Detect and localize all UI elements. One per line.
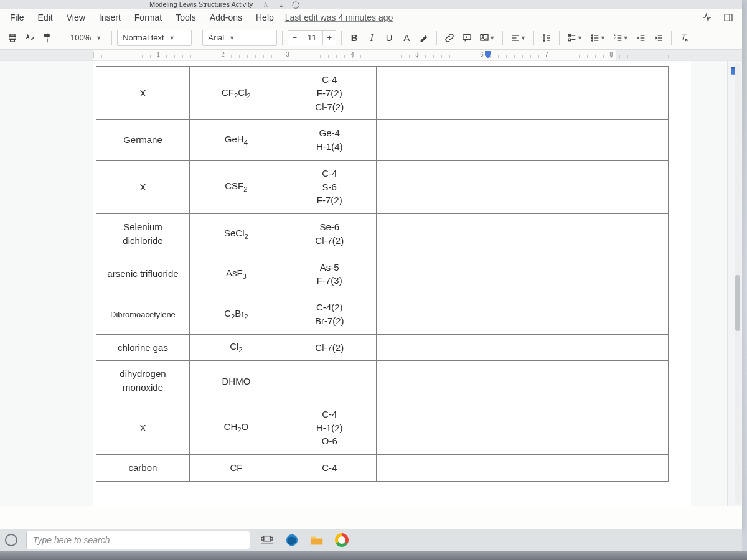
empty-cell[interactable] xyxy=(376,455,519,482)
formula-cell[interactable]: C2Br2 xyxy=(189,294,283,335)
table-row[interactable]: chlorine gasCl2Cl-7(2) xyxy=(96,334,669,361)
empty-cell[interactable] xyxy=(519,254,669,294)
empty-cell[interactable] xyxy=(376,254,519,294)
empty-cell[interactable] xyxy=(376,67,519,120)
menu-file[interactable]: File xyxy=(4,10,31,25)
insert-image-icon[interactable]: ▼ xyxy=(477,30,497,46)
formula-cell[interactable]: CF2Cl2 xyxy=(189,67,283,120)
text-color-button[interactable]: A xyxy=(399,30,414,46)
empty-cell[interactable] xyxy=(376,361,519,401)
formula-cell[interactable]: SeCl2 xyxy=(189,214,283,254)
empty-cell[interactable] xyxy=(519,401,669,454)
menu-addons[interactable]: Add-ons xyxy=(204,10,248,25)
taskbar-search[interactable]: Type here to search xyxy=(26,531,250,549)
compound-name-cell[interactable]: dihydrogen monoxide xyxy=(96,361,190,401)
empty-cell[interactable] xyxy=(376,120,519,161)
vertical-scrollbar[interactable] xyxy=(735,63,741,504)
menu-view[interactable]: View xyxy=(60,10,92,25)
compound-name-cell[interactable]: X xyxy=(96,160,190,213)
edge-icon[interactable] xyxy=(284,532,300,548)
task-view-icon[interactable] xyxy=(259,532,275,548)
electron-count-cell[interactable]: C-4H-1(2)O-6 xyxy=(283,401,376,454)
zoom-select[interactable]: 100%▼ xyxy=(65,30,106,46)
compound-name-cell[interactable]: chlorine gas xyxy=(96,334,190,361)
table-row[interactable]: DibromoacetyleneC2Br2C-4(2)Br-7(2) xyxy=(96,294,669,335)
document-page[interactable]: XCF2Cl2C-4F-7(2)Cl-7(2)GermaneGeH4Ge-4H-… xyxy=(93,61,691,506)
font-select[interactable]: Arial▼ xyxy=(202,30,277,46)
underline-button[interactable]: U xyxy=(382,30,397,46)
lewis-structures-table[interactable]: XCF2Cl2C-4F-7(2)Cl-7(2)GermaneGeH4Ge-4H-… xyxy=(96,66,669,482)
table-row[interactable]: GermaneGeH4Ge-4H-1(4) xyxy=(96,120,669,161)
electron-count-cell[interactable] xyxy=(283,361,376,401)
indent-increase-icon[interactable] xyxy=(651,30,666,46)
checklist-icon[interactable]: ▼ xyxy=(565,30,585,46)
compound-name-cell[interactable]: carbon xyxy=(96,455,190,482)
empty-cell[interactable] xyxy=(519,67,669,120)
scrollbar-thumb[interactable] xyxy=(735,275,740,331)
empty-cell[interactable] xyxy=(519,294,669,335)
menu-edit[interactable]: Edit xyxy=(32,10,59,25)
table-row[interactable]: dihydrogen monoxideDHMO xyxy=(96,361,669,401)
empty-cell[interactable] xyxy=(519,361,669,401)
clear-formatting-icon[interactable] xyxy=(677,30,692,46)
bulleted-list-icon[interactable]: ▼ xyxy=(588,30,608,46)
table-row[interactable]: carbonCFC-4 xyxy=(96,455,669,482)
electron-count-cell[interactable]: C-4F-7(2)Cl-7(2) xyxy=(283,67,376,120)
table-row[interactable]: XCSF2C-4S-6F-7(2) xyxy=(96,160,669,213)
font-size-value[interactable]: 11 xyxy=(301,30,322,45)
formula-cell[interactable]: CH2O xyxy=(189,401,283,454)
electron-count-cell[interactable]: Ge-4H-1(4) xyxy=(283,120,376,161)
table-row[interactable]: arsenic trifluorideAsF3As-5F-7(3) xyxy=(96,254,669,294)
highlight-button[interactable] xyxy=(416,30,431,46)
table-row[interactable]: Selenium dichlorideSeCl2Se-6Cl-7(2) xyxy=(96,214,669,254)
formula-cell[interactable]: CF xyxy=(189,455,283,482)
electron-count-cell[interactable]: Cl-7(2) xyxy=(283,334,376,361)
empty-cell[interactable] xyxy=(376,334,519,361)
menu-format[interactable]: Format xyxy=(128,10,168,25)
align-button[interactable]: ▼ xyxy=(508,30,529,46)
sidepanel-toggle-icon[interactable] xyxy=(722,11,735,24)
empty-cell[interactable] xyxy=(519,455,669,482)
star-icon[interactable]: ☆ xyxy=(261,0,270,9)
table-row[interactable]: XCF2Cl2C-4F-7(2)Cl-7(2) xyxy=(96,67,669,120)
electron-count-cell[interactable]: As-5F-7(3) xyxy=(283,254,376,294)
electron-count-cell[interactable]: C-4 xyxy=(283,455,376,482)
italic-button[interactable]: I xyxy=(364,30,379,46)
empty-cell[interactable] xyxy=(519,334,669,361)
empty-cell[interactable] xyxy=(376,401,519,454)
compound-name-cell[interactable]: Germane xyxy=(96,120,190,161)
indent-decrease-icon[interactable] xyxy=(634,30,649,46)
menu-tools[interactable]: Tools xyxy=(169,10,202,25)
compound-name-cell[interactable]: X xyxy=(96,401,190,454)
empty-cell[interactable] xyxy=(519,120,669,161)
font-size-increase[interactable]: + xyxy=(322,30,336,45)
empty-cell[interactable] xyxy=(376,294,519,335)
formula-cell[interactable]: AsF3 xyxy=(189,254,283,294)
last-edit-status[interactable]: Last edit was 4 minutes ago xyxy=(285,12,393,22)
spellcheck-icon[interactable] xyxy=(22,30,37,46)
formula-cell[interactable]: CSF2 xyxy=(189,160,283,213)
font-size-decrease[interactable]: − xyxy=(288,30,301,45)
insert-comment-icon[interactable] xyxy=(459,30,474,46)
paint-format-icon[interactable] xyxy=(40,30,55,46)
compound-name-cell[interactable]: Dibromoacetylene xyxy=(96,294,190,335)
horizontal-ruler[interactable]: 12345678 xyxy=(0,50,742,61)
empty-cell[interactable] xyxy=(519,214,669,254)
formula-cell[interactable]: DHMO xyxy=(189,361,283,401)
electron-count-cell[interactable]: Se-6Cl-7(2) xyxy=(283,214,376,254)
print-icon[interactable] xyxy=(5,30,20,46)
activity-icon[interactable] xyxy=(701,11,713,24)
cortana-icon[interactable] xyxy=(5,534,17,546)
menu-help[interactable]: Help xyxy=(250,10,280,25)
chrome-icon[interactable] xyxy=(334,532,350,548)
compound-name-cell[interactable]: Selenium dichloride xyxy=(96,214,190,254)
formula-cell[interactable]: Cl2 xyxy=(189,334,283,361)
table-row[interactable]: XCH2OC-4H-1(2)O-6 xyxy=(96,401,669,454)
empty-cell[interactable] xyxy=(519,160,669,213)
line-spacing-icon[interactable] xyxy=(539,30,554,46)
empty-cell[interactable] xyxy=(376,160,519,213)
electron-count-cell[interactable]: C-4S-6F-7(2) xyxy=(283,160,376,213)
numbered-list-icon[interactable]: 12▼ xyxy=(611,30,631,46)
bold-button[interactable]: B xyxy=(347,30,362,46)
paragraph-style-select[interactable]: Normal text▼ xyxy=(117,30,192,46)
